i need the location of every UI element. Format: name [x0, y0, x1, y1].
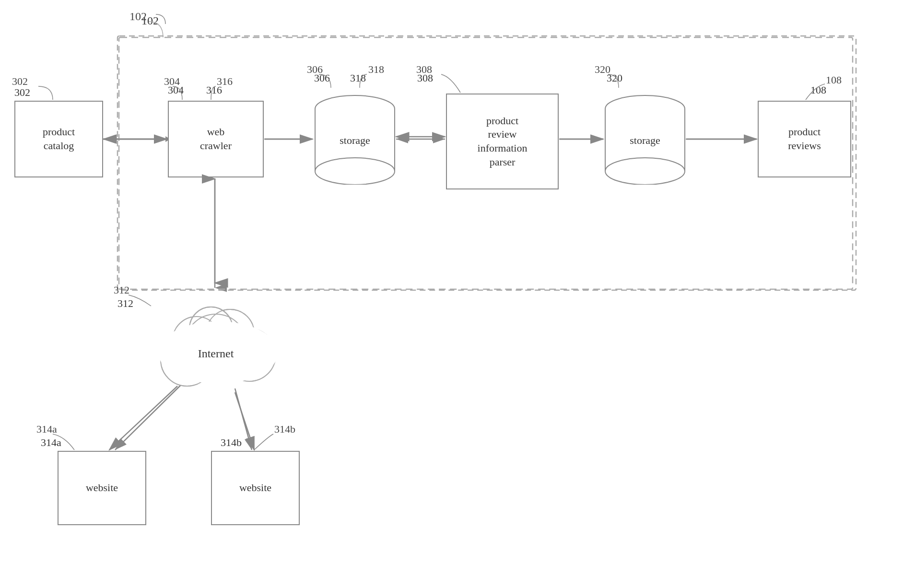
ref-306: 306 — [314, 72, 330, 84]
product-catalog-box: productcatalog — [14, 101, 103, 177]
website-b-box: website — [211, 451, 300, 525]
svg-point-22 — [315, 158, 395, 185]
ref-318: 318 — [350, 72, 366, 84]
ref-316: 316 — [206, 84, 222, 96]
internet-cloud: Internet — [134, 283, 297, 398]
svg-text:storage: storage — [340, 134, 370, 146]
storage1-svg: storage — [314, 89, 396, 185]
storage1-cylinder: storage — [314, 89, 396, 185]
storage2-cylinder: storage — [604, 89, 686, 185]
ref-314a: 314a — [41, 436, 61, 449]
ref-304: 304 — [168, 84, 184, 96]
svg-text:storage: storage — [630, 134, 660, 146]
ref-312: 312 — [117, 297, 133, 310]
svg-text:314a: 314a — [36, 423, 57, 435]
svg-text:312: 312 — [114, 284, 129, 296]
ref-108: 108 — [810, 84, 826, 96]
svg-text:314b: 314b — [274, 423, 295, 435]
website-a-box: website — [58, 451, 146, 525]
parser-label: productreviewinformationparser — [478, 114, 528, 169]
svg-text:Internet: Internet — [198, 347, 234, 360]
product-reviews-label: productreviews — [788, 125, 821, 153]
ref-302: 302 — [14, 86, 30, 99]
ref-320: 320 — [607, 72, 622, 84]
diagram: 102 productcatalog 302 webcrawler 304 31… — [0, 0, 915, 588]
product-catalog-label: productcatalog — [43, 125, 75, 153]
product-reviews-box: productreviews — [758, 101, 851, 177]
parser-box: productreviewinformationparser — [446, 94, 559, 189]
ref-314b: 314b — [221, 436, 242, 449]
svg-text:302: 302 — [12, 75, 28, 87]
svg-point-28 — [605, 158, 685, 185]
svg-text:108: 108 — [826, 74, 842, 86]
web-crawler-label: webcrawler — [200, 125, 232, 153]
brace-102 — [141, 12, 170, 38]
svg-text:318: 318 — [368, 63, 384, 75]
storage2-svg: storage — [604, 89, 686, 185]
website-b-label: website — [239, 481, 271, 495]
internet-cloud-svg: Internet — [134, 283, 297, 398]
website-a-label: website — [86, 481, 118, 495]
ref-308: 308 — [417, 72, 433, 84]
web-crawler-box: webcrawler — [168, 101, 264, 177]
